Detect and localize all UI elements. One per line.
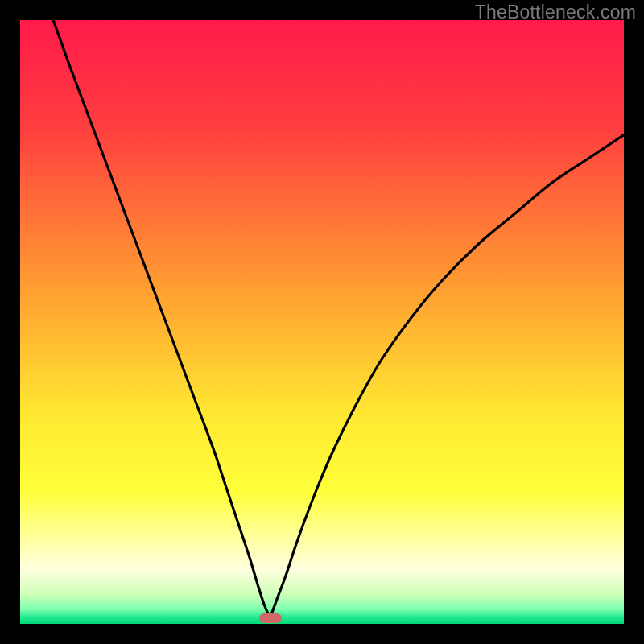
plot-area	[20, 20, 624, 624]
bottleneck-curve	[20, 20, 624, 624]
chart-container: TheBottleneck.com	[0, 0, 644, 644]
optimal-marker	[259, 613, 282, 623]
watermark-text: TheBottleneck.com	[475, 2, 636, 23]
